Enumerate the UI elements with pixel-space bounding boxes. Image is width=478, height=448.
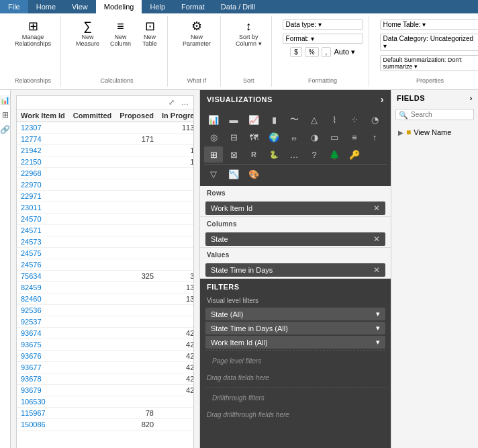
multi-row-card-icon[interactable]: ≡ bbox=[345, 129, 364, 145]
group-calculations: ∑ NewMeasure ≡ NewColumn ⊡ NewTable Calc… bbox=[66, 16, 168, 87]
funnel-icon[interactable]: ⏛ bbox=[285, 129, 303, 145]
clustered-col-icon[interactable]: 📈 bbox=[244, 111, 263, 128]
decomp-tree-icon[interactable]: 🌲 bbox=[325, 146, 344, 163]
default-summarization-dropdown[interactable]: Default Summarization: Don't summarize ▾ bbox=[380, 55, 478, 71]
scatter-icon[interactable]: ⁘ bbox=[345, 111, 364, 128]
report-view-icon[interactable]: 📊 bbox=[1, 95, 10, 105]
fields-expand-icon[interactable]: › bbox=[470, 94, 473, 102]
table-cell: 66 bbox=[158, 168, 193, 179]
table-cell bbox=[69, 419, 115, 431]
state-time-close[interactable]: ✕ bbox=[373, 265, 380, 275]
analytics-pane-icon[interactable]: 📉 bbox=[224, 166, 243, 182]
work-item-id-pill[interactable]: Work Item Id ✕ bbox=[205, 201, 385, 215]
filled-map-icon[interactable]: 🌍 bbox=[265, 129, 283, 145]
table-cell bbox=[115, 145, 158, 156]
area-chart-icon[interactable]: △ bbox=[305, 111, 324, 128]
table-cell bbox=[115, 202, 158, 214]
viz-expand-icon[interactable]: › bbox=[381, 94, 384, 105]
manage-relationships-button[interactable]: ⊞ ManageRelationships bbox=[11, 19, 55, 48]
columns-section: Columns State ✕ bbox=[200, 217, 391, 248]
comma-button[interactable]: , bbox=[322, 47, 332, 57]
format-pane-icon[interactable]: 🎨 bbox=[244, 166, 263, 182]
table-cell bbox=[115, 191, 158, 202]
data-category-dropdown[interactable]: Data Category: Uncategorized ▾ bbox=[380, 34, 478, 51]
right-panels: VISUALIZATIONS › 📊 ▬ 📈 ▮ 〜 △ ⌇ ⁘ ◔ bbox=[199, 90, 478, 448]
tab-data-drill[interactable]: Data / Drill bbox=[213, 0, 263, 13]
datatype-label[interactable]: Data type: ▾ bbox=[283, 19, 363, 30]
card-icon[interactable]: ▭ bbox=[325, 129, 344, 145]
bar-chart-icon[interactable]: 📊 bbox=[204, 111, 223, 128]
tab-help[interactable]: Help bbox=[142, 0, 173, 13]
home-table-dropdown[interactable]: Home Table: ▾ bbox=[380, 19, 478, 30]
line-chart-icon[interactable]: 〜 bbox=[285, 111, 303, 128]
sort-by-column-button[interactable]: ↕ Sort byColumn ▾ bbox=[232, 19, 266, 48]
col-work-item-id: Work Item Id bbox=[17, 109, 69, 122]
donut-icon[interactable]: ◎ bbox=[204, 129, 223, 145]
view-name-item[interactable]: ▶ ■ View Name bbox=[395, 126, 474, 139]
table-cell: 93679 bbox=[17, 385, 69, 396]
table-cell bbox=[69, 191, 115, 202]
table-viz-icon[interactable]: ⊞ bbox=[204, 146, 223, 163]
stacked-bar-icon[interactable]: ▬ bbox=[224, 111, 243, 128]
state-close[interactable]: ✕ bbox=[373, 234, 380, 244]
focus-mode-button[interactable]: ⤢ bbox=[166, 97, 177, 107]
format-label[interactable]: Format: ▾ bbox=[283, 34, 363, 44]
treemap-icon[interactable]: ⊟ bbox=[224, 129, 243, 145]
tab-home[interactable]: Home bbox=[28, 0, 64, 13]
matrix-icon[interactable]: ⊠ bbox=[224, 146, 243, 163]
table-cell bbox=[115, 168, 158, 179]
state-time-all-filter[interactable]: State Time in Days (All) ▾ bbox=[205, 322, 385, 334]
new-column-button[interactable]: ≡ NewColumn bbox=[106, 19, 135, 48]
new-table-button[interactable]: ⊡ NewTable bbox=[138, 19, 162, 48]
drag-data-fields: Drag data fields here bbox=[200, 370, 391, 386]
table-cell: 92537 bbox=[17, 316, 69, 328]
tab-format[interactable]: Format bbox=[173, 0, 213, 13]
r-visual-icon[interactable]: R bbox=[244, 146, 263, 163]
tab-view[interactable]: View bbox=[64, 0, 96, 13]
map-icon[interactable]: 🗺 bbox=[244, 129, 263, 145]
state-time-label: State Time in Days bbox=[211, 266, 273, 274]
percent-button[interactable]: % bbox=[305, 47, 319, 57]
qa-icon[interactable]: ? bbox=[305, 146, 324, 163]
table-cell bbox=[69, 236, 115, 248]
work-item-id-close[interactable]: ✕ bbox=[373, 204, 380, 213]
currency-button[interactable]: $ bbox=[290, 47, 302, 57]
stacked-col-icon[interactable]: ▮ bbox=[265, 111, 283, 128]
group-sort: ↕ Sort byColumn ▾ Sort bbox=[226, 16, 272, 87]
new-parameter-button[interactable]: ⚙ NewParameter bbox=[179, 19, 215, 48]
tab-file[interactable]: File bbox=[0, 0, 28, 13]
measure-icon: ∑ bbox=[83, 20, 92, 32]
auto-dropdown[interactable]: Auto ▾ bbox=[334, 48, 355, 56]
key-influencers-icon[interactable]: 🔑 bbox=[345, 146, 364, 163]
more-visuals-icon[interactable]: … bbox=[285, 146, 303, 163]
table-row: 245751 bbox=[17, 248, 193, 259]
state-time-pill[interactable]: State Time in Days ✕ bbox=[205, 263, 385, 277]
gauge-icon[interactable]: ◑ bbox=[305, 129, 324, 145]
pie-icon[interactable]: ◔ bbox=[365, 111, 384, 128]
table-cell bbox=[115, 122, 158, 134]
table-row: 2297066 bbox=[17, 179, 193, 191]
kpi-icon[interactable]: ↑ bbox=[365, 129, 384, 145]
python-icon[interactable]: 🐍 bbox=[265, 146, 283, 163]
more-options-button[interactable]: … bbox=[179, 97, 191, 107]
data-view-icon[interactable]: ⊞ bbox=[1, 110, 10, 120]
main-area: 📊 ⊞ 🔗 ⤢ … Work Item Id Committed Propose… bbox=[0, 90, 478, 448]
work-item-id-all-filter[interactable]: Work Item Id (All) ▾ bbox=[205, 336, 385, 349]
table-scroll[interactable]: Work Item Id Committed Proposed In Progr… bbox=[17, 109, 193, 431]
table-cell: 171 bbox=[115, 134, 158, 145]
state-pill[interactable]: State ✕ bbox=[205, 232, 385, 246]
table-row: 92536117370 bbox=[17, 305, 193, 316]
table-row: 21942153 bbox=[17, 145, 193, 156]
viz-divider bbox=[204, 164, 387, 165]
table-row: 936744278802011 bbox=[17, 328, 193, 339]
state-all-filter[interactable]: State (All) ▾ bbox=[205, 308, 385, 320]
new-measure-button[interactable]: ∑ NewMeasure bbox=[72, 19, 103, 48]
model-view-icon[interactable]: 🔗 bbox=[1, 125, 10, 134]
line-stacked-icon[interactable]: ⌇ bbox=[325, 111, 344, 128]
table-cell: 150086 bbox=[17, 419, 69, 431]
table-cell: 1 bbox=[158, 214, 193, 225]
tab-modeling[interactable]: Modeling bbox=[96, 0, 142, 13]
table-cell bbox=[115, 328, 158, 339]
viz-filter-pane-icon[interactable]: ▽ bbox=[204, 166, 223, 182]
table-container: Work Item Id Committed Proposed In Progr… bbox=[17, 109, 193, 448]
